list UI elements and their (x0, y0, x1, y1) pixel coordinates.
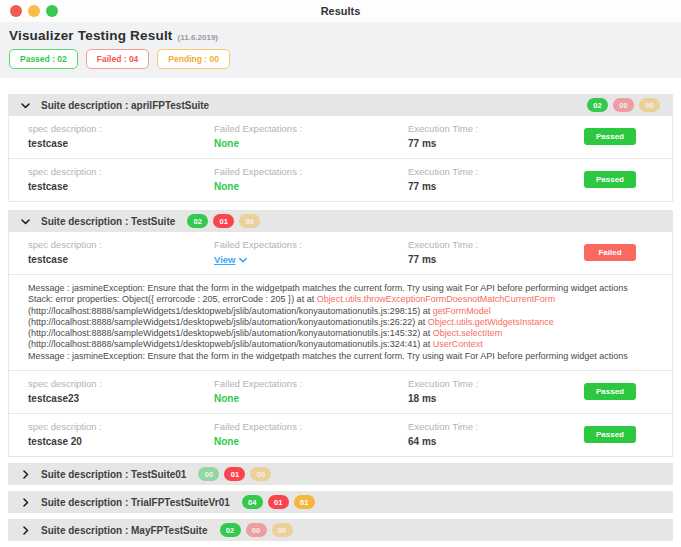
failed-expectations-label: Failed Expectations : (214, 421, 408, 432)
spec-row: spec description :testcase Failed Expect… (9, 158, 672, 201)
spec-description-label: spec description : (28, 421, 214, 432)
report-date: (11.6.2019) (178, 33, 218, 42)
stack-line: (http://localhost:8888/sampleWidgets1/de… (28, 306, 660, 317)
spec-description-label: spec description : (28, 123, 214, 134)
close-window-button[interactable] (10, 5, 22, 17)
passed-count-badge: 02 (187, 214, 208, 228)
spec-name: testcase (28, 138, 214, 149)
stack-line: (http://localhost:8888/sampleWidgets1/de… (28, 339, 660, 350)
passed-count-badge: 00 (198, 467, 219, 481)
window-title: Results (0, 5, 681, 17)
pending-count-badge: 00 (239, 214, 260, 228)
spec-row: spec description :testcase23 Failed Expe… (9, 370, 672, 413)
suite-header-testsuite01[interactable]: Suite description : TestSuite01 00 01 00 (8, 463, 673, 485)
suite-header-mayfptestsuite[interactable]: Suite description : MayFPTestSuite 02 00… (8, 519, 673, 541)
suite-header-trialfptestsuitevr01[interactable]: Suite description : TrialFPTestSuiteVr01… (8, 491, 673, 513)
passed-count-badge: 02 (587, 98, 608, 112)
suite-header-testsuite[interactable]: Suite description : TestSuite 02 01 00 (8, 210, 673, 232)
passed-count-badge: 02 (220, 523, 241, 537)
spec-description-label: spec description : (28, 378, 214, 389)
summary-badges: Passed : 02 Failed : 04 Pending : 00 (9, 49, 672, 69)
suite-header-aprilfptestsuite[interactable]: Suite description : aprilFPTestSuite 02 … (8, 94, 673, 116)
stack-line: Stack: error properties: Object({ errorc… (28, 294, 660, 305)
suite-aprilfptestsuite: Suite description : aprilFPTestSuite 02 … (8, 94, 673, 202)
stack-line: Message : jasmineException: Ensure that … (28, 283, 660, 294)
stack-symbol-link: getFormModel (433, 306, 491, 316)
execution-time-value: 77 ms (408, 181, 548, 192)
chevron-right-icon (21, 470, 30, 479)
suite-count-badges: 02 00 00 (587, 98, 660, 112)
execution-time-label: Execution Time : (408, 239, 548, 250)
minimize-window-button[interactable] (28, 5, 40, 17)
suite-count-badges: 00 01 00 (198, 467, 271, 481)
chevron-right-icon (21, 526, 30, 535)
spec-rows: spec description :testcase Failed Expect… (8, 116, 673, 202)
failed-count-badge: 00 (613, 98, 634, 112)
spec-name: testcase (28, 181, 214, 192)
pending-count-badge: 01 (294, 495, 315, 509)
execution-time-label: Execution Time : (408, 421, 548, 432)
maximize-window-button[interactable] (46, 5, 58, 17)
suite-title: Suite description : TestSuite (41, 216, 175, 227)
spec-name: testcase 20 (28, 436, 214, 447)
chevron-down-icon (21, 101, 30, 110)
stack-symbol-link: Object.selectItem (433, 328, 503, 338)
failed-expectations-value: None (214, 436, 408, 447)
stack-line: Message : jasmineException: Ensure that … (28, 351, 660, 362)
view-expectations-link[interactable]: View (214, 254, 235, 265)
execution-time-value: 77 ms (408, 138, 548, 149)
suite-count-badges: 02 00 00 (220, 523, 293, 537)
summary-passed-pill: Passed : 02 (9, 49, 78, 69)
stack-line: (http://localhost:8888/sampleWidgets1/de… (28, 317, 660, 328)
summary-pending-pill: Pending : 00 (157, 49, 230, 69)
failed-expectations-label: Failed Expectations : (214, 378, 408, 389)
execution-time-label: Execution Time : (408, 123, 548, 134)
execution-time-value: 77 ms (408, 254, 548, 265)
suite-count-badges: 04 01 01 (242, 495, 315, 509)
stack-symbol-link: Object.utils.throwExceptionFormDoesnotMa… (317, 294, 556, 304)
spec-row: spec description :testcase 20 Failed Exp… (9, 413, 672, 456)
passed-count-badge: 04 (242, 495, 263, 509)
spec-name: testcase (28, 254, 214, 265)
status-passed-button[interactable]: Passed (584, 171, 636, 188)
failed-count-badge: 01 (224, 467, 245, 481)
suite-testsuite: Suite description : TestSuite 02 01 00 s… (8, 210, 673, 457)
suite-title: Suite description : TestSuite01 (41, 469, 186, 480)
status-passed-button[interactable]: Passed (584, 426, 636, 443)
summary-failed-pill: Failed : 04 (86, 49, 150, 69)
window-titlebar: Results (0, 0, 681, 22)
failed-expectations-label: Failed Expectations : (214, 239, 408, 250)
execution-time-value: 18 ms (408, 393, 548, 404)
execution-time-label: Execution Time : (408, 378, 548, 389)
stack-line: (http://localhost:8888/sampleWidgets1/de… (28, 328, 660, 339)
spec-rows: spec description :testcase Failed Expect… (8, 232, 673, 457)
chevron-right-icon (21, 498, 30, 507)
spec-row: spec description :testcase Failed Expect… (9, 116, 672, 158)
pending-count-badge: 00 (639, 98, 660, 112)
spec-row: spec description :testcase Failed Expect… (9, 232, 672, 274)
spec-description-label: spec description : (28, 166, 214, 177)
stack-symbol-link: Object.utils.getWidgetsInstance (428, 317, 554, 327)
chevron-down-icon (21, 217, 30, 226)
status-failed-button[interactable]: Failed (584, 244, 636, 261)
failed-count-badge: 00 (246, 523, 267, 537)
status-passed-button[interactable]: Passed (584, 128, 636, 145)
failed-expectations-value: None (214, 138, 408, 149)
page-title: Visualizer Testing Result (9, 28, 173, 43)
execution-time-value: 64 ms (408, 436, 548, 447)
failed-expectations-label: Failed Expectations : (214, 166, 408, 177)
failed-count-badge: 01 (213, 214, 234, 228)
failed-expectations-value: None (214, 181, 408, 192)
suite-title: Suite description : TrialFPTestSuiteVr01 (41, 497, 230, 508)
stack-symbol-link: UserContext (433, 339, 483, 349)
status-passed-button[interactable]: Passed (584, 383, 636, 400)
pending-count-badge: 00 (250, 467, 271, 481)
window-controls (10, 5, 58, 17)
failed-expectations-label: Failed Expectations : (214, 123, 408, 134)
suite-title: Suite description : aprilFPTestSuite (41, 100, 209, 111)
suite-title: Suite description : MayFPTestSuite (41, 525, 208, 536)
pending-count-badge: 00 (272, 523, 293, 537)
spec-name: testcase23 (28, 393, 214, 404)
failed-expectations-value: None (214, 393, 408, 404)
spec-description-label: spec description : (28, 239, 214, 250)
